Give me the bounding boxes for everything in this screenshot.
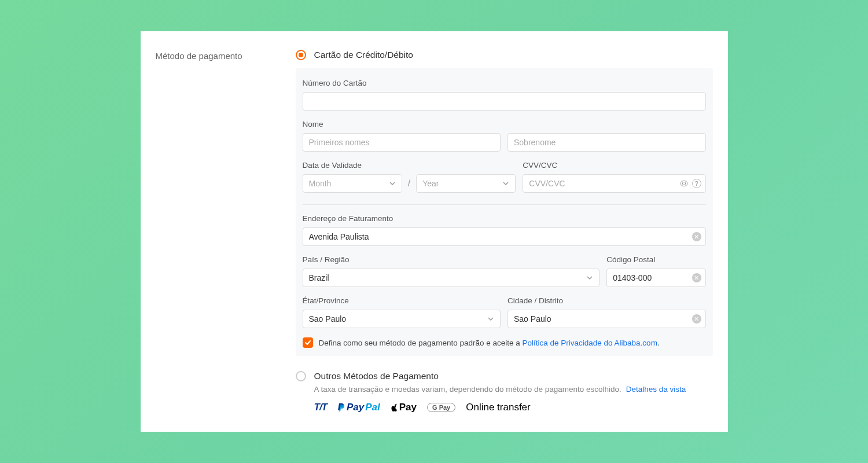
expiry-field: Data de Validade Month / Year bbox=[303, 161, 516, 193]
name-label: Nome bbox=[303, 120, 706, 128]
state-field: État/Province Sao Paulo bbox=[303, 296, 501, 328]
state-select[interactable]: Sao Paulo bbox=[303, 310, 501, 328]
clear-icon[interactable]: ✕ bbox=[692, 273, 701, 282]
chevron-down-icon bbox=[586, 274, 593, 281]
details-link[interactable]: Detalhes da vista bbox=[626, 385, 686, 394]
year-select[interactable]: Year bbox=[416, 174, 516, 193]
country-label: País / Região bbox=[303, 255, 600, 264]
card-number-field: Número do Cartão bbox=[303, 79, 706, 111]
cvv-input[interactable] bbox=[523, 174, 705, 193]
country-value: Brazil bbox=[309, 273, 329, 282]
left-column: Método de pagamento bbox=[156, 50, 296, 413]
billing-input[interactable] bbox=[303, 227, 706, 246]
credit-card-radio-row[interactable]: Cartão de Crédito/Débito bbox=[296, 50, 713, 60]
applepay-logo: Pay bbox=[391, 402, 417, 413]
chevron-down-icon bbox=[389, 180, 396, 187]
clear-icon[interactable]: ✕ bbox=[692, 314, 701, 324]
eye-icon[interactable] bbox=[679, 179, 689, 188]
payment-logos: T/T PayPal Pay G Pay Online transfer bbox=[314, 402, 713, 413]
other-methods-radio[interactable] bbox=[296, 371, 306, 381]
default-payment-checkbox[interactable] bbox=[303, 337, 313, 348]
city-field: Cidade / Distrito ✕ bbox=[507, 296, 706, 328]
credit-card-form: Número do Cartão Nome Data de Validade M… bbox=[296, 68, 713, 356]
right-column: Cartão de Crédito/Débito Número do Cartã… bbox=[296, 50, 713, 413]
country-field: País / Região Brazil bbox=[303, 255, 600, 287]
other-methods-radio-label: Outros Métodos de Pagamento bbox=[314, 371, 439, 381]
expiry-separator: / bbox=[407, 174, 411, 193]
expiry-label: Data de Validade bbox=[303, 161, 516, 170]
tt-logo: T/T bbox=[314, 402, 328, 413]
postal-label: Código Postal bbox=[606, 255, 705, 264]
cvv-label: CVV/CVC bbox=[523, 161, 705, 170]
billing-label: Endereço de Faturamento bbox=[303, 214, 706, 223]
state-label: État/Province bbox=[303, 296, 501, 305]
city-input[interactable] bbox=[507, 310, 706, 328]
gpay-logo: G Pay bbox=[427, 403, 455, 412]
month-select[interactable]: Month bbox=[303, 174, 402, 193]
month-placeholder: Month bbox=[309, 179, 332, 188]
other-methods-subtitle: A taxa de transação e moedas variam, dep… bbox=[314, 385, 713, 394]
default-payment-row: Defina como seu método de pagamento padr… bbox=[303, 337, 706, 348]
postal-field: Código Postal ✕ bbox=[606, 255, 705, 287]
first-name-input[interactable] bbox=[303, 133, 501, 152]
section-title: Método de pagamento bbox=[156, 51, 296, 61]
payment-card: Método de pagamento Cartão de Crédito/Dé… bbox=[141, 31, 728, 432]
postal-input[interactable] bbox=[606, 269, 705, 287]
card-number-input[interactable] bbox=[303, 92, 706, 111]
other-methods-section: Outros Métodos de Pagamento A taxa de tr… bbox=[296, 371, 713, 413]
credit-card-radio[interactable] bbox=[296, 50, 306, 60]
city-label: Cidade / Distrito bbox=[507, 296, 706, 305]
divider bbox=[303, 204, 706, 205]
chevron-down-icon bbox=[502, 180, 509, 187]
state-value: Sao Paulo bbox=[309, 314, 347, 324]
card-number-label: Número do Cartão bbox=[303, 79, 706, 87]
billing-field: Endereço de Faturamento ✕ bbox=[303, 214, 706, 246]
other-methods-radio-row[interactable]: Outros Métodos de Pagamento bbox=[296, 371, 713, 381]
clear-icon[interactable]: ✕ bbox=[692, 232, 701, 241]
privacy-policy-link[interactable]: Política de Privacidade do Alibaba.com bbox=[522, 339, 657, 347]
cvv-field: CVV/CVC ? bbox=[523, 161, 705, 193]
online-transfer-logo: Online transfer bbox=[466, 402, 531, 413]
default-payment-text: Defina como seu método de pagamento padr… bbox=[319, 339, 660, 347]
country-select[interactable]: Brazil bbox=[303, 269, 600, 287]
last-name-input[interactable] bbox=[507, 133, 706, 152]
credit-card-radio-label: Cartão de Crédito/Débito bbox=[314, 50, 413, 60]
help-icon[interactable]: ? bbox=[692, 179, 701, 188]
name-field: Nome bbox=[303, 120, 706, 152]
chevron-down-icon bbox=[487, 315, 494, 322]
year-placeholder: Year bbox=[422, 179, 439, 188]
paypal-logo: PayPal bbox=[337, 402, 380, 413]
